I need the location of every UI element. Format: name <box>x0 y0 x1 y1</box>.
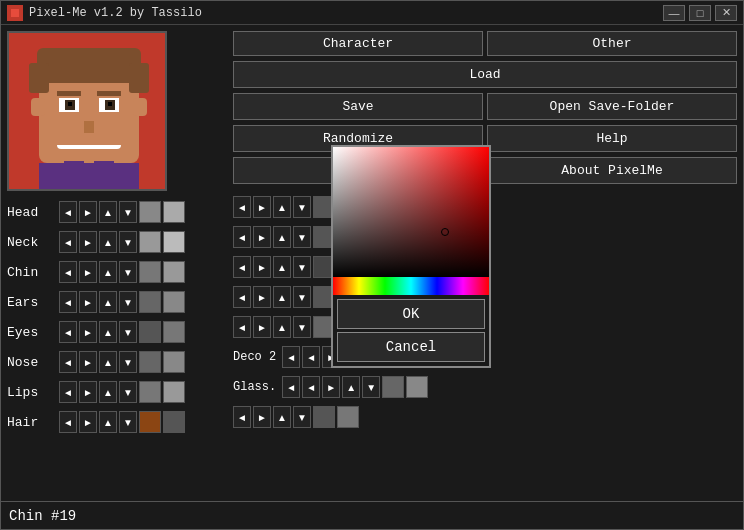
rhair-prev-btn[interactable]: ◄ <box>233 406 251 428</box>
rhead-next-btn[interactable]: ► <box>253 196 271 218</box>
eyes-next-btn[interactable]: ► <box>79 321 97 343</box>
maximize-button[interactable]: □ <box>689 5 711 21</box>
lips-color1[interactable] <box>139 381 161 403</box>
character-tab[interactable]: Character <box>233 31 483 56</box>
right-row-hair: ◄ ► ▲ ▼ <box>233 403 737 431</box>
eyes-color1[interactable] <box>139 321 161 343</box>
reyes-next-btn[interactable]: ► <box>253 316 271 338</box>
lips-prev-btn[interactable]: ◄ <box>59 381 77 403</box>
avatar-preview <box>7 31 167 191</box>
hair-up-btn[interactable]: ▲ <box>99 411 117 433</box>
lips-color2[interactable] <box>163 381 185 403</box>
neck-up-btn[interactable]: ▲ <box>99 231 117 253</box>
lips-up-btn[interactable]: ▲ <box>99 381 117 403</box>
label-ears: Ears <box>7 295 57 310</box>
rears-next-btn[interactable]: ► <box>253 286 271 308</box>
eyes-up-btn[interactable]: ▲ <box>99 321 117 343</box>
nose-prev-btn[interactable]: ◄ <box>59 351 77 373</box>
minimize-button[interactable]: — <box>663 5 685 21</box>
save-button[interactable]: Save <box>233 93 483 120</box>
close-button[interactable]: ✕ <box>715 5 737 21</box>
rneck-prev-btn[interactable]: ◄ <box>233 226 251 248</box>
ears-prev-btn[interactable]: ◄ <box>59 291 77 313</box>
rlips-up-btn[interactable]: ▲ <box>342 376 360 398</box>
color-gradient-area[interactable] <box>333 147 489 277</box>
rchin-next-btn[interactable]: ► <box>253 256 271 278</box>
neck-next-btn[interactable]: ► <box>79 231 97 253</box>
chin-next-btn[interactable]: ► <box>79 261 97 283</box>
eyes-color2[interactable] <box>163 321 185 343</box>
rhair-color1[interactable] <box>313 406 335 428</box>
ears-next-btn[interactable]: ► <box>79 291 97 313</box>
chin-color1[interactable] <box>139 261 161 283</box>
nose-up-btn[interactable]: ▲ <box>99 351 117 373</box>
rneck-up-btn[interactable]: ▲ <box>273 226 291 248</box>
glass-prev-btn[interactable]: ◄ <box>282 376 300 398</box>
rears-down-btn[interactable]: ▼ <box>293 286 311 308</box>
hair-next-btn[interactable]: ► <box>79 411 97 433</box>
reyes-down-btn[interactable]: ▼ <box>293 316 311 338</box>
head-prev-btn[interactable]: ◄ <box>59 201 77 223</box>
ears-up-btn[interactable]: ▲ <box>99 291 117 313</box>
rneck-next-btn[interactable]: ► <box>253 226 271 248</box>
deco2-prev-btn[interactable]: ◄ <box>282 346 300 368</box>
about-button[interactable]: About PixelMe <box>487 157 737 184</box>
rears-up-btn[interactable]: ▲ <box>273 286 291 308</box>
reyes-up-btn[interactable]: ▲ <box>273 316 291 338</box>
head-color1[interactable] <box>139 201 161 223</box>
chin-prev-btn[interactable]: ◄ <box>59 261 77 283</box>
chin-up-btn[interactable]: ▲ <box>99 261 117 283</box>
chin-down-btn[interactable]: ▼ <box>119 261 137 283</box>
chin-color2[interactable] <box>163 261 185 283</box>
rchin-prev-btn[interactable]: ◄ <box>233 256 251 278</box>
rlips-prev-btn[interactable]: ◄ <box>302 376 320 398</box>
rhair-down-btn[interactable]: ▼ <box>293 406 311 428</box>
eyes-prev-btn[interactable]: ◄ <box>59 321 77 343</box>
ears-color1[interactable] <box>139 291 161 313</box>
rlips-color1[interactable] <box>382 376 404 398</box>
rhead-up-btn[interactable]: ▲ <box>273 196 291 218</box>
neck-color2[interactable] <box>163 231 185 253</box>
neck-down-btn[interactable]: ▼ <box>119 231 137 253</box>
nose-next-btn[interactable]: ► <box>79 351 97 373</box>
rnose-prev-btn[interactable]: ◄ <box>302 346 320 368</box>
help-button[interactable]: Help <box>487 125 737 152</box>
head-color2[interactable] <box>163 201 185 223</box>
neck-prev-btn[interactable]: ◄ <box>59 231 77 253</box>
hair-color1[interactable] <box>139 411 161 433</box>
reyes-prev-btn[interactable]: ◄ <box>233 316 251 338</box>
head-down-btn[interactable]: ▼ <box>119 201 137 223</box>
rhead-prev-btn[interactable]: ◄ <box>233 196 251 218</box>
rchin-up-btn[interactable]: ▲ <box>273 256 291 278</box>
rhair-next-btn[interactable]: ► <box>253 406 271 428</box>
color-picker-cancel-button[interactable]: Cancel <box>337 332 485 362</box>
rlips-next-btn[interactable]: ► <box>322 376 340 398</box>
load-button[interactable]: Load <box>233 61 737 88</box>
rlips-color2[interactable] <box>406 376 428 398</box>
head-up-btn[interactable]: ▲ <box>99 201 117 223</box>
rhair-color2[interactable] <box>337 406 359 428</box>
head-next-btn[interactable]: ► <box>79 201 97 223</box>
nose-down-btn[interactable]: ▼ <box>119 351 137 373</box>
hair-color2[interactable] <box>163 411 185 433</box>
rhair-up-btn[interactable]: ▲ <box>273 406 291 428</box>
rneck-down-btn[interactable]: ▼ <box>293 226 311 248</box>
other-tab[interactable]: Other <box>487 31 737 56</box>
open-save-folder-button[interactable]: Open Save-Folder <box>487 93 737 120</box>
eyes-down-btn[interactable]: ▼ <box>119 321 137 343</box>
rlips-down-btn[interactable]: ▼ <box>362 376 380 398</box>
lips-next-btn[interactable]: ► <box>79 381 97 403</box>
hair-prev-btn[interactable]: ◄ <box>59 411 77 433</box>
hue-slider[interactable] <box>333 277 489 295</box>
lips-down-btn[interactable]: ▼ <box>119 381 137 403</box>
ears-color2[interactable] <box>163 291 185 313</box>
rhead-down-btn[interactable]: ▼ <box>293 196 311 218</box>
ears-down-btn[interactable]: ▼ <box>119 291 137 313</box>
rchin-down-btn[interactable]: ▼ <box>293 256 311 278</box>
color-picker-ok-button[interactable]: OK <box>337 299 485 329</box>
neck-color1[interactable] <box>139 231 161 253</box>
nose-color2[interactable] <box>163 351 185 373</box>
hair-down-btn[interactable]: ▼ <box>119 411 137 433</box>
nose-color1[interactable] <box>139 351 161 373</box>
rears-prev-btn[interactable]: ◄ <box>233 286 251 308</box>
